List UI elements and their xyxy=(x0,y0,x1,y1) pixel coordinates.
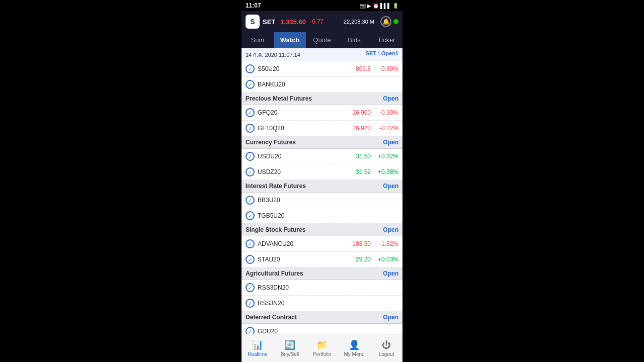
nav-realtime-label: Realtime xyxy=(248,351,267,357)
section-title: Deferred Contract xyxy=(246,314,297,321)
item-check-icon: ✓ xyxy=(246,108,255,117)
item-name: STAU20 xyxy=(258,256,346,263)
list-item[interactable]: ✓ BB3U20 xyxy=(242,193,403,208)
item-name: BB3U20 xyxy=(258,197,346,204)
nav-mymenu-label: My Menu xyxy=(344,351,364,357)
notification-icon[interactable]: 🔔 xyxy=(380,16,391,27)
item-name: USDZ20 xyxy=(258,168,346,175)
item-name: GFQ20 xyxy=(258,109,346,116)
nav-portfolio-label: Portfolio xyxy=(313,351,332,357)
item-check-icon: ✓ xyxy=(246,196,255,205)
list-item[interactable]: ✓ RSS3N20 xyxy=(242,296,403,311)
section-agricultural: Agricultural Futures Open xyxy=(242,267,403,280)
section-open-status: Open xyxy=(383,270,398,277)
status-icons: 📷 ▶ ⏰ ▌▌▌ 🔋 xyxy=(360,3,398,9)
section-title: Currency Futures xyxy=(246,139,296,146)
tab-watch[interactable]: Watch xyxy=(274,32,306,48)
item-price: 26,900 xyxy=(346,109,371,116)
section-deferred: Deferred Contract Open xyxy=(242,311,403,324)
mymenu-icon: 👤 xyxy=(349,339,360,350)
item-name: GF10Q20 xyxy=(258,125,346,132)
record-icon: ▶ xyxy=(367,3,371,9)
item-check-icon: ✓ xyxy=(246,327,255,334)
item-price: 866.8 xyxy=(346,65,371,72)
list-item[interactable]: ✓ USDZ20 31.52 +0.38% xyxy=(242,164,403,180)
market-label: SET xyxy=(263,18,275,26)
list-item[interactable]: ✓ BANKU20 xyxy=(242,77,403,93)
phone-container: 11:07 📷 ▶ ⏰ ▌▌▌ 🔋 S SET 1,335.60 -6.77 2… xyxy=(242,0,403,362)
tab-ticker[interactable]: Ticker xyxy=(370,32,403,48)
item-change: -0.30% xyxy=(371,109,398,116)
connection-status xyxy=(393,19,398,24)
tab-sum[interactable]: Sum xyxy=(242,32,274,48)
nav-logout[interactable]: ⏻ Logout xyxy=(370,334,403,362)
item-check-icon: ✓ xyxy=(246,239,255,248)
market-price: 1,335.60 xyxy=(280,18,306,26)
item-check-icon: ✓ xyxy=(246,299,255,308)
list-item[interactable]: ✓ ADVANCU20 183.50 -1.82% xyxy=(242,236,403,252)
item-price: 29.20 xyxy=(346,256,371,263)
section-interest-rate: Interest Rate Futures Open xyxy=(242,180,403,193)
section-open-status: Open xyxy=(383,139,398,146)
list-item[interactable]: ✓ TGB5U20 xyxy=(242,208,403,224)
header-icons: 🔔 xyxy=(380,16,398,27)
app-logo: S xyxy=(246,15,260,29)
section-title: Interest Rate Futures xyxy=(246,183,306,190)
item-name: RSS3N20 xyxy=(258,300,346,307)
item-check-icon: ✓ xyxy=(246,152,255,161)
item-name: TGB5U20 xyxy=(258,212,346,219)
section-currency: Currency Futures Open xyxy=(242,136,403,149)
item-name: GDU20 xyxy=(258,328,346,334)
camera-icon: 📷 xyxy=(360,3,366,9)
market-open-status: SET : Open1 xyxy=(366,50,398,59)
header-bar: S SET 1,335.60 -6.77 22,208.30 M 🔔 xyxy=(242,11,403,32)
item-check-icon: ✓ xyxy=(246,167,255,176)
section-open-status: Open xyxy=(383,314,398,321)
item-price: 31.52 xyxy=(346,168,371,175)
item-change: +0.03% xyxy=(371,256,398,263)
item-check-icon: ✓ xyxy=(246,64,255,73)
nav-buysell-label: Buy/Sell xyxy=(281,351,299,357)
list-item[interactable]: ✓ RSS3DN20 xyxy=(242,280,403,296)
list-item[interactable]: ✓ S50U20 866.8 -0.89% xyxy=(242,61,403,77)
nav-buysell[interactable]: 🔄 Buy/Sell xyxy=(274,334,306,362)
item-change: -0.22% xyxy=(371,125,398,132)
date-display: 14 ก.ค. 2020 11:07:14 xyxy=(246,50,300,59)
item-change: -0.89% xyxy=(371,65,398,72)
section-title: Single Stock Futures xyxy=(246,226,305,233)
list-item[interactable]: ✓ GFQ20 26,900 -0.30% xyxy=(242,105,403,121)
bottom-nav: 📊 Realtime 🔄 Buy/Sell 📁 Portfolio 👤 My M… xyxy=(242,334,403,362)
nav-mymenu[interactable]: 👤 My Menu xyxy=(338,334,370,362)
nav-logout-label: Logout xyxy=(379,351,394,357)
item-check-icon: ✓ xyxy=(246,255,255,264)
section-title: Agricultural Futures xyxy=(246,270,303,277)
item-name: ADVANCU20 xyxy=(258,240,346,247)
item-check-icon: ✓ xyxy=(246,80,255,89)
list-item[interactable]: ✓ GDU20 xyxy=(242,324,403,334)
item-price: 31.50 xyxy=(346,153,371,160)
tab-bar: Sum Watch Quote Bids Ticker xyxy=(242,32,403,48)
market-change: -6.77 xyxy=(310,18,324,25)
item-check-icon: ✓ xyxy=(246,211,255,220)
futures-list[interactable]: ✓ S50U20 866.8 -0.89% ✓ BANKU20 Precious… xyxy=(242,61,403,334)
battery-icon: 🔋 xyxy=(392,3,398,9)
buysell-icon: 🔄 xyxy=(284,339,295,350)
section-open-status: Open xyxy=(383,95,398,102)
nav-portfolio[interactable]: 📁 Portfolio xyxy=(306,334,338,362)
realtime-icon: 📊 xyxy=(252,339,263,350)
section-open-status: Open xyxy=(383,183,398,190)
item-price: 183.50 xyxy=(346,240,371,247)
market-volume: 22,208.30 M xyxy=(344,19,374,25)
tab-bids[interactable]: Bids xyxy=(338,32,370,48)
date-bar: 14 ก.ค. 2020 11:07:14 SET : Open1 xyxy=(242,48,403,61)
list-item[interactable]: ✓ USDU20 31.50 +0.32% xyxy=(242,149,403,164)
tab-quote[interactable]: Quote xyxy=(306,32,338,48)
item-check-icon: ✓ xyxy=(246,283,255,292)
nav-realtime[interactable]: 📊 Realtime xyxy=(242,334,274,362)
item-name: S50U20 xyxy=(258,65,346,72)
item-name: USDU20 xyxy=(258,153,346,160)
status-time: 11:07 xyxy=(246,2,261,9)
list-item[interactable]: ✓ STAU20 29.20 +0.03% xyxy=(242,252,403,267)
logout-icon: ⏻ xyxy=(382,340,391,350)
list-item[interactable]: ✓ GF10Q20 26,920 -0.22% xyxy=(242,121,403,136)
